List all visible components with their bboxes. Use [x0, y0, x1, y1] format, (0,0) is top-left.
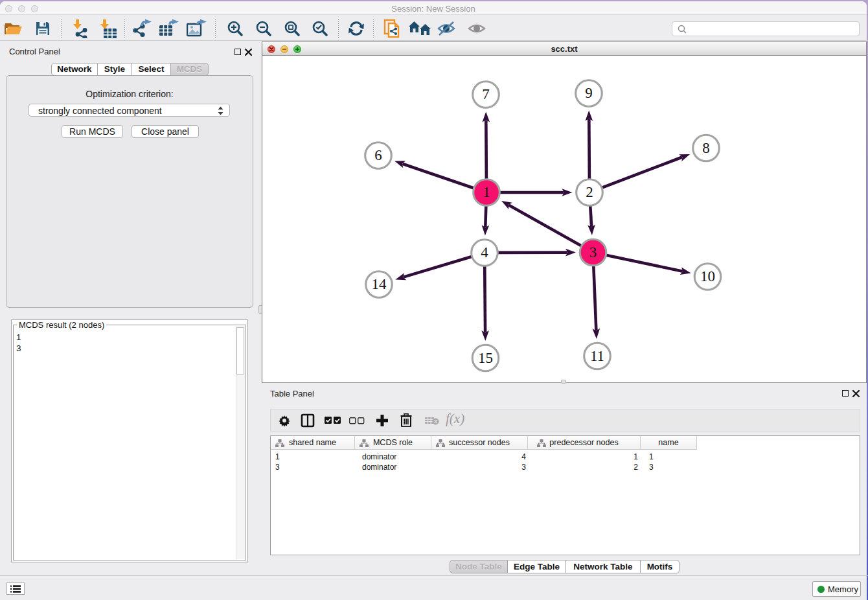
svg-text:6: 6: [374, 147, 382, 163]
svg-text:14: 14: [372, 276, 387, 292]
svg-text:3: 3: [589, 244, 597, 260]
svg-text:7: 7: [482, 86, 490, 102]
svg-text:10: 10: [700, 268, 715, 284]
svg-text:4: 4: [481, 244, 488, 260]
svg-text:8: 8: [702, 140, 710, 156]
svg-text:1: 1: [483, 184, 490, 200]
svg-text:2: 2: [586, 184, 593, 200]
svg-text:11: 11: [590, 348, 604, 364]
svg-text:15: 15: [478, 350, 493, 366]
svg-text:9: 9: [585, 85, 593, 101]
